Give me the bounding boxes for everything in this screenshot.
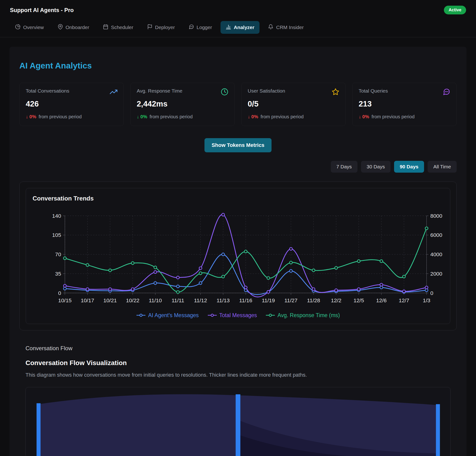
tab-label: Onboarder: [66, 25, 89, 30]
svg-text:2000: 2000: [430, 271, 442, 277]
trending-up-icon: [110, 88, 117, 97]
down-arrow-icon: ↓: [359, 114, 361, 119]
svg-text:11/28: 11/28: [307, 297, 320, 303]
svg-text:11/19: 11/19: [262, 297, 275, 303]
chart-inner-card: Conversation Trends 03570105140020004000…: [26, 188, 450, 324]
delta-value: 0%: [362, 114, 369, 119]
svg-text:11/13: 11/13: [217, 297, 230, 303]
delta-value: 0%: [140, 114, 147, 119]
svg-text:12/5: 12/5: [353, 297, 364, 303]
stat-value: 426: [26, 99, 117, 108]
range-90-days[interactable]: 90 Days: [394, 161, 424, 173]
svg-text:11/11: 11/11: [172, 297, 184, 303]
tab-onboarder[interactable]: Onboarder: [52, 21, 94, 34]
tab-crm-insider[interactable]: CRM Insider: [263, 21, 309, 34]
svg-text:11/10: 11/10: [149, 297, 162, 303]
stat-card-user-satisfaction: User Satisfaction 0/5 ↓ 0% from previous…: [241, 83, 346, 126]
tab-label: Overview: [23, 25, 44, 30]
flow-node-center: [236, 394, 240, 456]
legend-line-dot-icon: [136, 313, 146, 317]
stat-value: 2,442ms: [137, 99, 228, 108]
svg-text:140: 140: [52, 213, 61, 219]
delta-value: 0%: [251, 114, 258, 119]
legend-total-messages[interactable]: Total Messages: [207, 312, 257, 318]
legend-label: AI Agent's Messages: [148, 312, 199, 318]
conversation-trends-chart: 035701051400200040006000800010/1510/1710…: [32, 207, 444, 311]
section-label: Conversation Flow: [26, 345, 450, 352]
stat-card-total-queries: Total Queries 213 ↓ 0% from previous per…: [352, 83, 457, 126]
stat-label: User Satisfaction: [248, 88, 285, 94]
range-all-time[interactable]: All Time: [428, 161, 457, 173]
tab-overview[interactable]: Overview: [10, 21, 49, 34]
message-icon: [443, 88, 450, 97]
clock-icon: [221, 88, 228, 97]
main-nav: Overview Onboarder Scheduler Deployer Lo…: [0, 19, 476, 37]
flow-node-right: [436, 404, 440, 456]
delta-note: from previous period: [260, 114, 303, 120]
range-7-days[interactable]: 7 Days: [331, 161, 357, 173]
delta-note: from previous period: [38, 114, 81, 120]
svg-text:11/12: 11/12: [194, 297, 207, 303]
time-range-selector: 7 Days 30 Days 90 Days All Time: [19, 161, 457, 173]
stat-card-avg-response-time: Avg. Response Time 2,442ms ↓ 0% from pre…: [130, 83, 235, 126]
chart-card: Conversation Trends 03570105140020004000…: [19, 181, 457, 330]
delta-note: from previous period: [149, 114, 192, 120]
tab-label: Scheduler: [111, 25, 133, 30]
legend-avg-response-time[interactable]: Avg. Response Time (ms): [265, 312, 340, 318]
svg-text:11/16: 11/16: [239, 297, 252, 303]
svg-text:1/3: 1/3: [423, 297, 430, 303]
pie-chart-icon: [15, 24, 21, 31]
app-title: Support AI Agents - Pro: [10, 7, 74, 13]
legend-label: Avg. Response Time (ms): [277, 312, 340, 318]
flow-title: Conversation Flow Visualization: [26, 359, 450, 367]
stat-value: 0/5: [248, 99, 339, 108]
bell-icon: [268, 24, 273, 31]
tab-analyzer[interactable]: Analyzer: [221, 21, 260, 34]
svg-text:0: 0: [58, 290, 61, 296]
svg-text:8000: 8000: [430, 213, 442, 219]
tab-label: Analyzer: [234, 25, 255, 30]
star-icon: [332, 88, 339, 97]
delta-note: from previous period: [371, 114, 414, 120]
conversation-flow-section: Conversation Flow Conversation Flow Visu…: [19, 345, 457, 456]
range-30-days[interactable]: 30 Days: [361, 161, 391, 173]
legend-label: Total Messages: [219, 312, 257, 318]
legend-ai-agent-messages[interactable]: AI Agent's Messages: [136, 312, 199, 318]
svg-text:11/27: 11/27: [285, 297, 298, 303]
svg-text:12/7: 12/7: [399, 297, 409, 303]
svg-text:10/21: 10/21: [103, 297, 117, 303]
stat-value: 213: [359, 99, 450, 108]
status-badge: Active: [444, 6, 466, 14]
calendar-icon: [103, 24, 108, 31]
svg-text:0: 0: [430, 290, 434, 296]
tab-label: Deployer: [155, 25, 175, 30]
svg-text:4000: 4000: [430, 251, 442, 258]
tab-deployer[interactable]: Deployer: [142, 21, 180, 34]
stat-delta: ↓ 0% from previous period: [26, 114, 117, 120]
flow-description: This diagram shows how conversations mov…: [26, 372, 450, 378]
svg-text:10/17: 10/17: [81, 297, 94, 303]
analytics-panel: AI Agent Analytics Total Conversations 4…: [9, 47, 467, 456]
svg-text:70: 70: [55, 251, 61, 258]
tab-label: Logger: [197, 25, 212, 30]
down-arrow-icon: ↓: [137, 114, 139, 119]
sankey-svg: [26, 387, 450, 456]
app-header: Support AI Agents - Pro Active: [0, 0, 476, 19]
tab-scheduler[interactable]: Scheduler: [98, 21, 139, 34]
chart-title: Conversation Trends: [33, 195, 444, 202]
chart-legend: AI Agent's Messages Total Messages Avg. …: [32, 312, 444, 318]
svg-text:12/2: 12/2: [331, 297, 341, 303]
stat-delta: ↓ 0% from previous period: [137, 114, 228, 120]
svg-text:35: 35: [55, 271, 61, 277]
stats-row: Total Conversations 426 ↓ 0% from previo…: [19, 83, 457, 126]
svg-text:105: 105: [52, 232, 61, 238]
down-arrow-icon: ↓: [26, 114, 28, 119]
map-pin-icon: [58, 24, 63, 31]
delta-value: 0%: [30, 114, 36, 119]
tab-logger[interactable]: Logger: [183, 21, 217, 34]
stat-card-total-conversations: Total Conversations 426 ↓ 0% from previo…: [19, 83, 124, 126]
svg-text:10/15: 10/15: [58, 297, 72, 303]
stat-label: Total Conversations: [26, 88, 69, 94]
bar-chart-icon: [226, 24, 231, 31]
show-tokens-metrics-button[interactable]: Show Tokens Metrics: [204, 138, 271, 152]
